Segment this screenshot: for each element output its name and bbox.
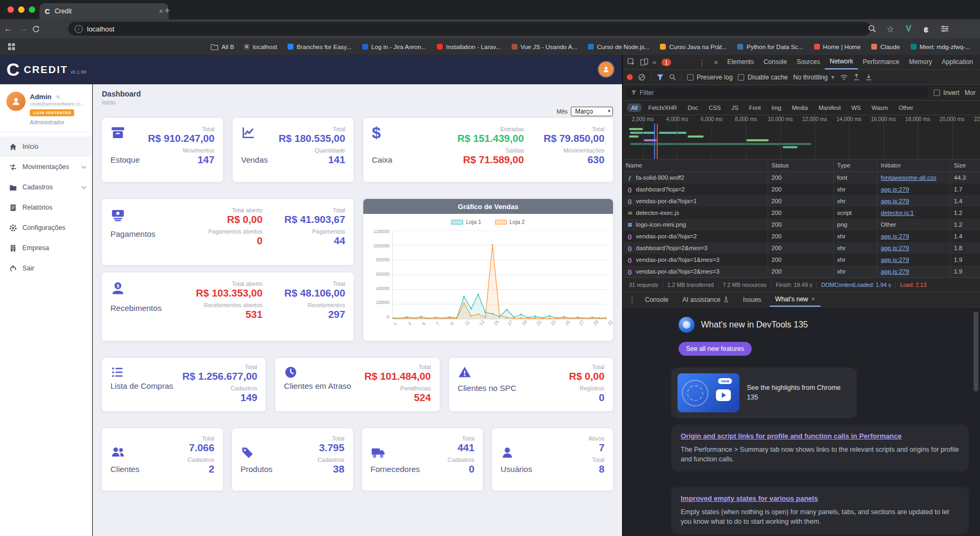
play-icon[interactable] (716, 389, 731, 401)
column-name[interactable]: Name (623, 159, 768, 171)
address-bar[interactable]: i localhost (68, 22, 871, 36)
sidebar-item-inicio[interactable]: Início (0, 137, 92, 157)
whats-new-section-link[interactable]: Origin and script links for profile and … (681, 432, 959, 440)
header-avatar[interactable] (599, 62, 614, 77)
minimize-window-icon[interactable] (18, 6, 25, 13)
network-request-row[interactable]: JSdetector-exec.js 200 script detector.j… (623, 207, 980, 219)
network-request-row[interactable]: {}vendas-por-dia?loja=1 200 xhr app.js:2… (623, 195, 980, 207)
network-request-row[interactable]: {}vendas-por-dia?loja=1&mes=3 200 xhr ap… (623, 254, 980, 266)
scrollbar-thumb[interactable] (974, 311, 978, 391)
throttling-select[interactable]: No throttling▼ (793, 74, 835, 81)
import-har-icon[interactable] (853, 74, 860, 81)
drawer-tab[interactable]: Console (640, 292, 677, 307)
initiator-link[interactable]: fontawesome-all.css (881, 174, 936, 181)
bookmark-item[interactable]: Python for Data Sc... (733, 42, 807, 52)
initiator-link[interactable]: app.js:279 (881, 186, 909, 193)
chart-legend[interactable]: Loja 1Loja 2 (363, 218, 613, 226)
export-har-icon[interactable] (865, 74, 872, 81)
whats-new-section-link[interactable]: Improved empty states for various panels (681, 494, 959, 502)
legend-item[interactable]: Loja 2 (495, 218, 525, 226)
request-type-chip[interactable]: All (627, 103, 642, 112)
bookmark-star-icon[interactable]: ☆ (881, 24, 899, 34)
drawer-tab[interactable]: AI assistance (677, 292, 737, 307)
edit-profile-icon[interactable]: ✎ (56, 94, 60, 100)
bookmark-item[interactable]: Curso Java na Prát... (656, 42, 731, 52)
invert-checkbox[interactable]: Invert (934, 89, 959, 97)
sidebar-item-cadastros[interactable]: Cadastros (0, 177, 92, 197)
request-type-chip[interactable]: Font (745, 103, 765, 112)
apps-grid-icon[interactable] (5, 43, 17, 50)
user-avatar[interactable] (6, 92, 26, 111)
record-icon[interactable] (627, 74, 633, 80)
network-request-row[interactable]: {}vendas-por-dia?loja=2 200 xhr app.js:2… (623, 230, 980, 242)
devtools-tab[interactable]: Network (825, 55, 858, 69)
request-type-chip[interactable]: WS (847, 103, 865, 112)
network-conditions-icon[interactable] (840, 74, 848, 81)
filter-funnel-icon[interactable] (657, 74, 664, 81)
more-filters-button[interactable]: Mor (965, 89, 976, 97)
column-initiator[interactable]: Initiator (878, 159, 951, 171)
inspect-element-icon[interactable] (625, 58, 638, 66)
devtools-tab[interactable]: Sources (792, 55, 825, 69)
bookmark-item[interactable]: Log in - Jira Anron... (358, 42, 431, 52)
highlights-video-thumbnail[interactable]: new (678, 373, 739, 412)
drawer-tab[interactable]: Issues (737, 292, 770, 307)
back-icon[interactable]: ← (0, 24, 16, 34)
network-request-row[interactable]: ffa-solid-900.woff2 200 font fontawesome… (623, 172, 980, 183)
clear-icon[interactable] (638, 74, 646, 81)
disable-cache-checkbox[interactable]: Disable cache (738, 74, 787, 81)
request-type-chip[interactable]: Img (767, 103, 785, 112)
drawer-tab[interactable]: What's new × (770, 292, 820, 307)
zoom-icon[interactable] (863, 25, 881, 33)
network-overview-timeline[interactable]: 2,000 ms4,000 ms6,000 ms8,000 ms10,000 m… (623, 115, 980, 159)
tab-close-icon[interactable]: × (159, 7, 163, 15)
request-type-chip[interactable]: Fetch/XHR (644, 103, 681, 112)
preserve-log-checkbox[interactable]: Preserve log (687, 74, 732, 81)
highlights-card[interactable]: new See the highlights from Chrome 135 (671, 367, 857, 418)
network-request-row[interactable]: {}vendas-por-dia?loja=2&mes=3 200 xhr ap… (623, 266, 980, 277)
bookmark-item[interactable]: Curso de Node.js... (584, 42, 654, 52)
maximize-window-icon[interactable] (29, 6, 35, 13)
bookmark-item[interactable]: Installation - Larav... (433, 42, 505, 52)
extensions-puzzle-icon[interactable] (918, 25, 936, 33)
bookmark-item[interactable]: Meet: mdg-zfwq-... (906, 42, 975, 52)
request-type-chip[interactable]: Doc (683, 103, 703, 112)
all-bookmarks-folder[interactable]: All B (211, 44, 237, 50)
devtools-tab[interactable]: Performance (858, 55, 904, 69)
legend-item[interactable]: Loja 1 (451, 218, 481, 226)
device-toolbar-icon[interactable] (638, 58, 650, 66)
initiator-link[interactable]: Other (881, 221, 896, 228)
more-tabs-icon[interactable]: » (650, 58, 658, 66)
forward-icon[interactable]: → (16, 24, 32, 34)
devtools-menu-icon[interactable]: ⋮ (695, 58, 710, 67)
sidebar-item-configuracoes[interactable]: Configurações (0, 218, 92, 238)
network-request-row[interactable]: ▦logo-icon-mini.png 200 png Other 1.2 (623, 219, 980, 230)
drawer-tab-close-icon[interactable]: × (811, 293, 815, 306)
devtools-tab[interactable]: Application (937, 55, 978, 69)
request-type-chip[interactable]: CSS (705, 103, 726, 112)
site-info-icon[interactable]: i (75, 25, 83, 33)
initiator-link[interactable]: app.js:279 (881, 257, 909, 263)
browser-tab[interactable]: C Credit × (39, 3, 169, 19)
see-all-features-button[interactable]: See all new features (679, 342, 752, 356)
initiator-link[interactable]: detector.js:1 (881, 210, 914, 216)
request-type-chip[interactable]: Wasm (867, 103, 893, 112)
network-request-row[interactable]: {}dashboard?loja=2 200 xhr app.js:279 1.… (623, 183, 980, 195)
sidebar-item-empresa[interactable]: Empresa (0, 238, 92, 258)
month-select[interactable]: Março ▾ (571, 107, 613, 116)
reload-icon[interactable] (32, 25, 48, 33)
column-type[interactable]: Type (834, 159, 878, 171)
initiator-link[interactable]: app.js:279 (881, 245, 909, 251)
bookmark-item[interactable]: Home | Home (810, 42, 865, 52)
devtools-tab[interactable]: Elements (722, 55, 759, 69)
bookmark-item[interactable]: Vue JS - Usando A... (507, 42, 581, 52)
column-status[interactable]: Status (768, 159, 834, 171)
window-controls[interactable] (7, 6, 35, 13)
column-size[interactable]: Size (951, 159, 980, 171)
devtools-close-icon[interactable]: × (710, 58, 722, 67)
bookmark-item[interactable]: Claude (867, 42, 904, 52)
error-badge[interactable]: 1 (662, 59, 671, 66)
sidebar-item-sair[interactable]: Sair (0, 258, 92, 278)
search-icon[interactable] (669, 74, 676, 81)
request-type-chip[interactable]: Other (894, 103, 918, 112)
